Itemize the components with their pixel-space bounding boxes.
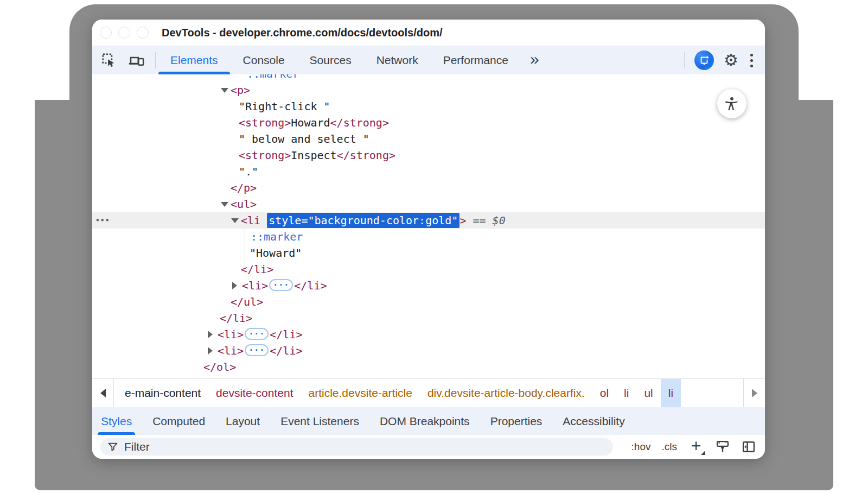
dom-token: </strong> [330, 116, 389, 129]
filter-input[interactable] [124, 440, 607, 453]
tab-sources[interactable]: Sources [310, 46, 352, 74]
dom-tree-row[interactable]: <li>···</li> [92, 326, 765, 343]
collapsed-children-ellipsis[interactable]: ··· [245, 344, 269, 356]
tab-computed[interactable]: Computed [152, 407, 205, 435]
dom-token: </strong> [337, 149, 395, 162]
tab-layout[interactable]: Layout [226, 407, 260, 435]
dom-token: <li [241, 214, 267, 227]
dom-token: "Right-click " [239, 100, 330, 113]
breadcrumb-scroll-right-button[interactable] [743, 379, 765, 407]
dom-token: <ul> [231, 198, 257, 211]
collapse-arrow-icon[interactable] [232, 282, 237, 289]
tab-dom-breakpoints[interactable]: DOM Breakpoints [380, 407, 470, 435]
dropdown-caret-icon [701, 451, 705, 455]
toolbar-divider [155, 52, 156, 68]
indent-guide-line [245, 229, 245, 274]
dom-tree-row[interactable]: <strong>Howard</strong> [92, 115, 765, 131]
dom-token: <p> [231, 84, 250, 97]
chevron-right-icon [752, 389, 757, 397]
breadcrumb-item-article-devsite-article[interactable]: article.devsite-article [301, 379, 420, 407]
dom-tree-row[interactable]: <li>···</li> [92, 277, 765, 294]
tab-properties[interactable]: Properties [490, 407, 542, 435]
settings-gear-icon[interactable]: ⚙ [724, 52, 738, 68]
dom-tree-row[interactable]: "Howard" [92, 245, 765, 261]
filter-field[interactable] [100, 438, 613, 456]
dom-tree-row[interactable]: </li> [92, 310, 765, 326]
dom-token: ::marker [251, 230, 303, 243]
collapse-arrow-icon[interactable] [208, 347, 213, 355]
collapsed-children-ellipsis[interactable]: ··· [245, 328, 269, 340]
expand-arrow-icon[interactable] [221, 202, 228, 207]
dom-tree-row[interactable]: " below and select " [92, 131, 765, 147]
dom-tree-row[interactable]: <li>···</li> [92, 343, 765, 359]
expand-arrow-icon[interactable] [231, 218, 239, 223]
zoom-button[interactable] [137, 27, 149, 39]
breadcrumb-item-li[interactable]: li [616, 379, 636, 407]
tab-network[interactable]: Network [376, 46, 418, 74]
row-actions-ellipsis[interactable]: ••• [95, 212, 110, 229]
dom-tree-row[interactable]: "Right-click " [92, 98, 765, 115]
dom-tree-row[interactable]: ::marker [92, 74, 765, 82]
expand-arrow-icon[interactable] [221, 88, 228, 93]
dom-token: == [466, 214, 492, 227]
funnel-icon [107, 441, 119, 453]
dom-token: " below and select " [239, 132, 369, 146]
breadcrumb-item-devsite-content[interactable]: devsite-content [208, 379, 301, 407]
toggle-sidebar-icon[interactable] [741, 439, 756, 454]
more-options-icon[interactable] [748, 52, 755, 69]
breadcrumb-item-e-main-content[interactable]: e-main-content [117, 379, 208, 407]
tab-styles[interactable]: Styles [101, 407, 132, 435]
tab-event-listeners[interactable]: Event Listeners [280, 407, 359, 435]
chevron-left-icon [100, 389, 106, 397]
tab-accessibility[interactable]: Accessibility [563, 407, 624, 435]
dom-tree-row[interactable]: </p> [92, 180, 765, 196]
selected-attribute-text: style="background-color:gold" [267, 213, 459, 228]
styles-filter-bar: :hov .cls + [92, 435, 765, 459]
dom-token: ::marker [247, 74, 299, 80]
dom-tree-row[interactable]: <ul> [92, 196, 765, 212]
dom-token: </li> [294, 279, 327, 292]
dom-tree-row[interactable]: "." [92, 163, 765, 180]
collapsed-children-ellipsis[interactable]: ··· [269, 279, 293, 291]
new-style-rule-button[interactable]: + [688, 439, 704, 455]
dom-token: "Howard" [250, 246, 302, 260]
dom-token: > [459, 214, 466, 227]
accessibility-helper-button[interactable] [717, 89, 746, 118]
dom-token: "." [239, 165, 258, 178]
devtools-toolbar: ElementsConsoleSourcesNetworkPerformance… [92, 46, 765, 74]
breadcrumb-item-div-devsite-article-body-clearfix-[interactable]: div.devsite-article-body.clearfix. [420, 379, 592, 407]
tab-performance[interactable]: Performance [443, 46, 508, 74]
collapse-arrow-icon[interactable] [208, 331, 213, 338]
dom-token: </li> [270, 328, 302, 341]
breadcrumb: e-main-contentdevsite-contentarticle.dev… [92, 378, 765, 407]
breadcrumb-item-li[interactable]: li [661, 379, 681, 407]
breadcrumb-items: e-main-contentdevsite-contentarticle.dev… [117, 379, 681, 407]
rendering-emulation-icon[interactable] [715, 439, 730, 454]
dom-tree-row[interactable]: </ol> [92, 359, 765, 375]
close-button[interactable] [100, 27, 112, 39]
tab-console[interactable]: Console [243, 46, 285, 74]
tab-elements[interactable]: Elements [170, 46, 218, 74]
pseudo-state-toggle[interactable]: :hov [631, 441, 651, 453]
dom-token: </ul> [231, 295, 263, 308]
minimize-button[interactable] [118, 27, 130, 39]
page: DevTools - developer.chrome.com/docs/dev… [0, 0, 868, 493]
dom-token: </li> [220, 312, 252, 325]
dom-token: Inspect [291, 149, 336, 162]
breadcrumb-scroll-left-button[interactable] [92, 379, 114, 407]
inspect-element-icon[interactable] [101, 52, 117, 68]
breadcrumb-item-ul[interactable]: ul [636, 379, 660, 407]
ai-assistance-icon[interactable] [694, 50, 714, 70]
class-toggle[interactable]: .cls [662, 441, 678, 453]
dom-tree-row[interactable]: ::marker [92, 229, 765, 245]
dom-tree-row[interactable]: <strong>Inspect</strong> [92, 147, 765, 163]
dom-tree-row[interactable]: </ul> [92, 294, 765, 310]
dom-token: <li> [218, 328, 244, 341]
dom-tree-row[interactable]: </li> [92, 261, 765, 277]
dom-token: </li> [241, 263, 273, 276]
more-panels-icon[interactable]: » [530, 51, 539, 69]
device-toolbar-icon[interactable] [128, 52, 144, 68]
dom-tree-row[interactable]: •••<li style="background-color:gold"> ==… [92, 212, 765, 229]
breadcrumb-item-ol[interactable]: ol [592, 379, 616, 407]
dom-tree-row[interactable]: <p> [92, 82, 765, 98]
